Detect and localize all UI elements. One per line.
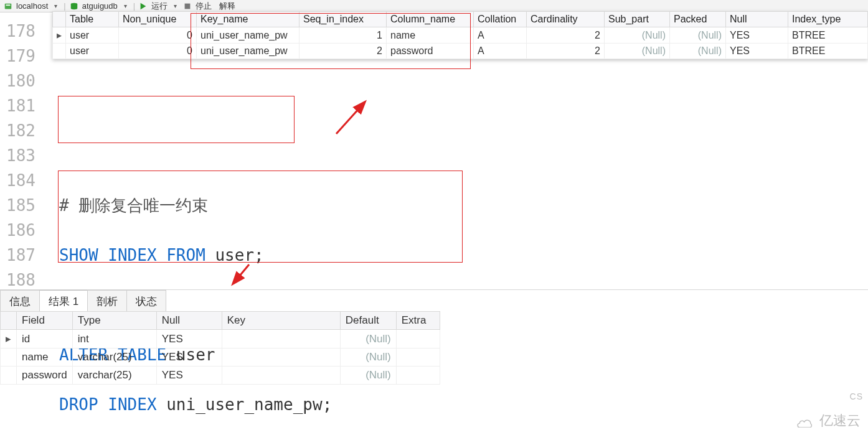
chevron-down-icon[interactable]: ▾ <box>52 2 60 9</box>
cell-default[interactable]: (Null) <box>340 348 396 367</box>
cell-null[interactable]: YES <box>156 367 222 385</box>
col-header[interactable]: Extra <box>396 312 440 330</box>
table-row[interactable]: user0uni_user_name_pw2passwordA2(Null)(N… <box>53 44 868 59</box>
cell-field[interactable]: password <box>17 367 73 385</box>
cell-key[interactable] <box>222 367 340 385</box>
cell-collation[interactable]: A <box>474 44 527 59</box>
cell-field[interactable]: id <box>17 330 73 348</box>
col-header[interactable]: Sub_part <box>605 12 670 27</box>
connection-name[interactable]: localhost <box>16 1 48 11</box>
toolstrip: localhost ▾ | atguigudb ▾ | 运行 ▾ 停止 解释 <box>0 0 868 12</box>
cell-seq_in_index[interactable]: 1 <box>300 27 387 44</box>
cell-column_name[interactable]: name <box>387 27 474 44</box>
col-header[interactable]: Table <box>66 12 119 27</box>
comment: 删除复合唯一约束 <box>69 196 209 215</box>
col-header[interactable]: Key_name <box>197 12 300 27</box>
database-icon <box>70 2 78 11</box>
cell-key_name[interactable]: uni_user_name_pw <box>197 44 300 59</box>
cell-packed[interactable]: (Null) <box>670 44 726 59</box>
chevron-down-icon[interactable]: ▾ <box>121 2 130 9</box>
cell-extra[interactable] <box>396 367 440 385</box>
col-header[interactable]: Column_name <box>387 12 474 27</box>
cell-table[interactable]: user <box>66 44 119 59</box>
punct: ; <box>323 395 333 414</box>
cell-type[interactable]: varchar(25) <box>72 367 156 385</box>
cell-sub_part[interactable]: (Null) <box>605 44 670 59</box>
cell-collation[interactable]: A <box>474 27 527 44</box>
col-header[interactable]: Field <box>17 312 73 330</box>
col-header[interactable]: Null <box>156 312 222 330</box>
cell-cardinality[interactable]: 2 <box>527 44 605 59</box>
tab-result-1[interactable]: 结果 1 <box>39 290 88 312</box>
table-row[interactable]: ▸user0uni_user_name_pw1nameA2(Null)(Null… <box>53 27 868 44</box>
stop-label[interactable]: 停止 <box>196 1 212 12</box>
cell-type[interactable]: varchar(25) <box>72 348 156 367</box>
line-number: 184 <box>6 168 35 193</box>
watermark-text: 亿速云 <box>819 411 861 430</box>
cell-null[interactable]: YES <box>726 27 788 44</box>
database-name[interactable]: atguigudb <box>82 1 118 11</box>
run-label[interactable]: 运行 <box>151 1 167 12</box>
col-header[interactable]: Index_type <box>788 12 868 27</box>
col-header[interactable]: Non_unique <box>119 12 197 27</box>
cell-null[interactable]: YES <box>156 348 222 367</box>
cell-default[interactable]: (Null) <box>340 330 396 348</box>
table-row[interactable]: ▸idintYES(Null) <box>1 330 440 348</box>
line-number: 181 <box>6 93 35 118</box>
col-header[interactable]: Type <box>72 312 156 330</box>
row-marker: ▸ <box>53 27 66 44</box>
watermark: 亿速云 <box>795 411 861 430</box>
cell-null[interactable]: YES <box>726 44 788 59</box>
cs-watermark: CS <box>850 391 863 401</box>
cell-cardinality[interactable]: 2 <box>527 27 605 44</box>
tab-info[interactable]: 信息 <box>0 290 40 312</box>
line-number: 182 <box>6 118 35 143</box>
cell-field[interactable]: name <box>17 348 73 367</box>
col-header[interactable]: Key <box>222 312 340 330</box>
stop-icon[interactable] <box>183 2 192 11</box>
cell-type[interactable]: int <box>72 330 156 348</box>
cell-seq_in_index[interactable]: 2 <box>300 44 387 59</box>
cell-non_unique[interactable]: 0 <box>119 44 197 59</box>
chevron-down-icon[interactable]: ▾ <box>171 2 179 9</box>
cell-extra[interactable] <box>396 330 440 348</box>
svg-line-5 <box>336 103 364 134</box>
row-marker-header <box>53 12 66 27</box>
line-number: 178 <box>6 19 35 44</box>
cell-table[interactable]: user <box>66 27 119 44</box>
col-header[interactable]: Seq_in_index <box>300 12 387 27</box>
line-number: 188 <box>6 268 35 292</box>
tab-status[interactable]: 状态 <box>126 290 166 312</box>
cell-sub_part[interactable]: (Null) <box>605 27 670 44</box>
col-header[interactable]: Default <box>340 312 396 330</box>
index-result-grid[interactable]: Table Non_unique Key_name Seq_in_index C… <box>52 11 868 59</box>
cell-key[interactable] <box>222 348 340 367</box>
code-line: DROP INDEX uni_user_name_pw; <box>59 392 332 417</box>
play-icon[interactable] <box>139 2 148 11</box>
cell-column_name[interactable]: password <box>387 44 474 59</box>
explain-label[interactable]: 解释 <box>219 1 235 12</box>
col-header[interactable]: Cardinality <box>527 12 605 27</box>
cell-key_name[interactable]: uni_user_name_pw <box>197 27 300 44</box>
tab-profile[interactable]: 剖析 <box>87 290 127 312</box>
cell-index_type[interactable]: BTREE <box>788 27 868 44</box>
cell-non_unique[interactable]: 0 <box>119 27 197 44</box>
punct: ; <box>254 246 264 264</box>
desc-result-grid[interactable]: Field Type Null Key Default Extra ▸idint… <box>0 311 868 385</box>
col-header[interactable]: Null <box>726 12 788 27</box>
cell-key[interactable] <box>222 330 340 348</box>
arrow-icon <box>330 93 380 143</box>
row-marker: ▸ <box>1 330 17 348</box>
line-number: 185 <box>6 193 35 218</box>
cell-packed[interactable]: (Null) <box>670 27 726 44</box>
col-header[interactable]: Packed <box>670 12 726 27</box>
cell-null[interactable]: YES <box>156 330 222 348</box>
cell-extra[interactable] <box>396 348 440 367</box>
code-line: # 删除复合唯一约束 <box>59 193 332 218</box>
keyword: DROP INDEX <box>59 395 166 414</box>
table-row[interactable]: passwordvarchar(25)YES(Null) <box>1 367 440 385</box>
cell-index_type[interactable]: BTREE <box>788 44 868 59</box>
col-header[interactable]: Collation <box>474 12 527 27</box>
cell-default[interactable]: (Null) <box>340 367 396 385</box>
table-row[interactable]: namevarchar(25)YES(Null) <box>1 348 440 367</box>
